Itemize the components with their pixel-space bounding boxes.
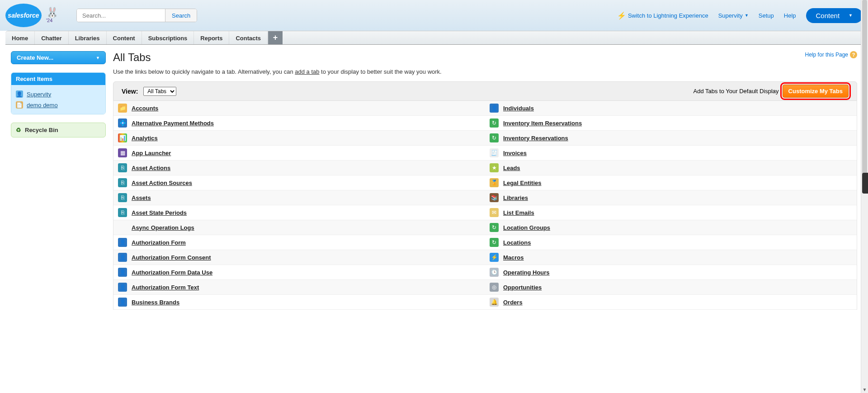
recent-items-header: Recent Items xyxy=(11,73,105,85)
app-menu[interactable]: Content▼ xyxy=(806,8,863,23)
nav-tab[interactable]: Content xyxy=(107,31,142,44)
tab-row: Async Operation Logs xyxy=(113,220,485,235)
tab-link[interactable]: Opportunities xyxy=(503,284,542,291)
tab-link[interactable]: Asset Actions xyxy=(132,165,170,171)
tab-icon: ↻ xyxy=(490,133,499,142)
tab-row: 📁Accounts xyxy=(113,101,485,116)
tab-icon: 📁 xyxy=(118,104,127,113)
search-input[interactable] xyxy=(77,9,165,22)
tab-link[interactable]: Libraries xyxy=(503,194,528,201)
bolt-icon: ⚡ xyxy=(617,11,626,20)
nav-tab[interactable]: Reports xyxy=(194,31,229,44)
tab-row: ⚡Macros xyxy=(485,250,857,265)
view-label: View: xyxy=(122,88,138,95)
tab-link[interactable]: Individuals xyxy=(503,105,534,112)
main-content: Help for this Page? All Tabs Use the lin… xyxy=(113,51,857,310)
tab-icon: 👤 xyxy=(118,298,127,307)
page-title: All Tabs xyxy=(113,51,857,64)
tab-link[interactable]: Orders xyxy=(503,299,523,306)
tab-row: ✉List Emails xyxy=(485,205,857,220)
recent-item: 📄demo demo xyxy=(16,99,101,110)
tab-row: ⎘Asset Actions xyxy=(113,161,485,175)
switch-lightning-link[interactable]: ⚡Switch to Lightning Experience xyxy=(617,11,708,20)
add-tabs-default-text: Add Tabs to Your Default Display xyxy=(693,88,779,95)
tabs-column-right: 👤Individuals↻Inventory Item Reservations… xyxy=(485,101,857,310)
mascot-badge: '24 xyxy=(46,8,58,23)
tab-icon: 📚 xyxy=(490,193,499,202)
help-link[interactable]: Help xyxy=(784,12,796,19)
tab-link[interactable]: Inventory Reservations xyxy=(503,135,568,142)
tab-link[interactable]: Async Operation Logs xyxy=(132,224,194,231)
help-for-page-link[interactable]: Help for this Page? xyxy=(805,51,857,58)
setup-link[interactable]: Setup xyxy=(759,12,774,19)
tab-link[interactable]: Macros xyxy=(503,254,524,261)
nav-tab[interactable]: Subscriptions xyxy=(142,31,194,44)
nav-tab[interactable]: Home xyxy=(5,31,35,44)
salesforce-logo[interactable]: salesforce xyxy=(5,4,42,27)
nav-tab[interactable]: Chatter xyxy=(35,31,69,44)
tab-row: 👤Individuals xyxy=(485,101,857,116)
tab-row: ⎘Asset Action Sources xyxy=(113,175,485,190)
search-button[interactable]: Search xyxy=(165,9,197,22)
tab-row: 💠Alternative Payment Methods xyxy=(113,116,485,131)
tab-row: 👤Authorization Form Consent xyxy=(113,250,485,265)
search-wrap: Search xyxy=(76,9,197,22)
tab-row: ⎘Asset State Periods xyxy=(113,205,485,220)
nav-tab[interactable]: Contacts xyxy=(229,31,268,44)
tab-icon: 🔔 xyxy=(490,298,499,307)
tab-icon: ↻ xyxy=(490,118,499,128)
recent-item-link[interactable]: demo demo xyxy=(27,102,58,109)
tab-link[interactable]: Business Brands xyxy=(132,299,179,306)
nav-tab[interactable]: Libraries xyxy=(69,31,107,44)
tabs-column-left: 📁Accounts💠Alternative Payment Methods📊An… xyxy=(113,101,485,310)
tab-link[interactable]: List Emails xyxy=(503,209,534,216)
tab-link[interactable]: Asset Action Sources xyxy=(132,180,192,186)
tab-link[interactable]: Authorization Form Data Use xyxy=(132,269,212,276)
browser-scrollbar[interactable]: ▲ ▼ xyxy=(861,0,868,310)
tab-link[interactable]: Invoices xyxy=(503,150,527,156)
tab-link[interactable]: Inventory Item Reservations xyxy=(503,120,582,127)
tab-icon: ◎ xyxy=(490,283,499,292)
user-icon: 👤 xyxy=(16,90,23,98)
tab-link[interactable]: Location Groups xyxy=(503,224,550,231)
tab-link[interactable]: Asset State Periods xyxy=(132,209,187,216)
tab-link[interactable]: Authorization Form Consent xyxy=(132,254,211,261)
tab-link[interactable]: Legal Entities xyxy=(503,180,542,186)
tab-row: 🔔Orders xyxy=(485,295,857,310)
recycle-bin[interactable]: ♻Recycle Bin xyxy=(11,123,106,137)
tab-link[interactable]: App Launcher xyxy=(132,150,171,156)
tab-row: ★Leads xyxy=(485,161,857,175)
doc-icon: 📄 xyxy=(16,101,23,109)
create-new-button[interactable]: Create New...▼ xyxy=(11,51,106,64)
caret-icon: ▼ xyxy=(745,13,749,18)
tab-link[interactable]: Operating Hours xyxy=(503,269,550,276)
caret-icon: ▼ xyxy=(96,56,100,60)
recent-item: 👤Supervity xyxy=(16,89,101,99)
tab-icon: ↻ xyxy=(490,223,499,232)
tab-link[interactable]: Locations xyxy=(503,239,531,246)
side-panel-handle[interactable] xyxy=(862,173,868,194)
tab-row: ↻Inventory Reservations xyxy=(485,131,857,146)
tab-row: 👤Authorization Form Text xyxy=(113,280,485,295)
tab-icon: 📊 xyxy=(118,133,127,142)
tab-row: ↻Location Groups xyxy=(485,220,857,235)
header-right: ⚡Switch to Lightning Experience Supervit… xyxy=(617,8,863,23)
page-subtitle: Use the links below to quickly navigate … xyxy=(113,68,857,75)
view-select[interactable]: All Tabs xyxy=(143,87,176,96)
user-menu[interactable]: Supervity▼ xyxy=(718,12,749,19)
tab-link[interactable]: Leads xyxy=(503,165,520,171)
tab-link[interactable]: Authorization Form Text xyxy=(132,284,199,291)
tab-link[interactable]: Alternative Payment Methods xyxy=(132,120,214,127)
tab-icon: ▦ xyxy=(118,148,127,157)
tab-row: 👤Authorization Form xyxy=(113,235,485,250)
body: Create New...▼ Recent Items 👤Supervity📄d… xyxy=(5,45,863,310)
add-tab-button[interactable]: + xyxy=(268,31,283,44)
scroll-thumb[interactable] xyxy=(862,0,867,190)
tab-link[interactable]: Analytics xyxy=(132,135,158,142)
tab-link[interactable]: Authorization Form xyxy=(132,239,186,246)
recent-item-link[interactable]: Supervity xyxy=(27,91,51,98)
tab-link[interactable]: Assets xyxy=(132,194,151,201)
add-a-tab-link[interactable]: add a tab xyxy=(295,68,319,75)
tab-link[interactable]: Accounts xyxy=(132,105,158,112)
customize-my-tabs-button[interactable]: Customize My Tabs xyxy=(783,85,849,98)
